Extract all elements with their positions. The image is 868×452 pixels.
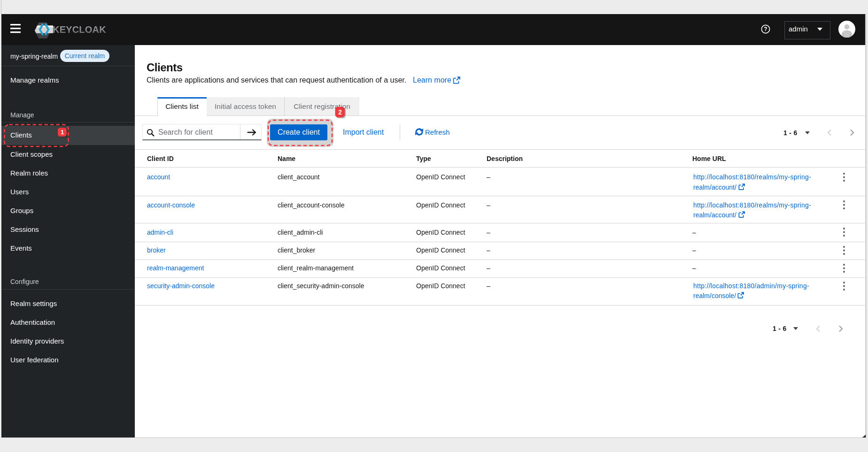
- svg-text:?: ?: [764, 26, 767, 32]
